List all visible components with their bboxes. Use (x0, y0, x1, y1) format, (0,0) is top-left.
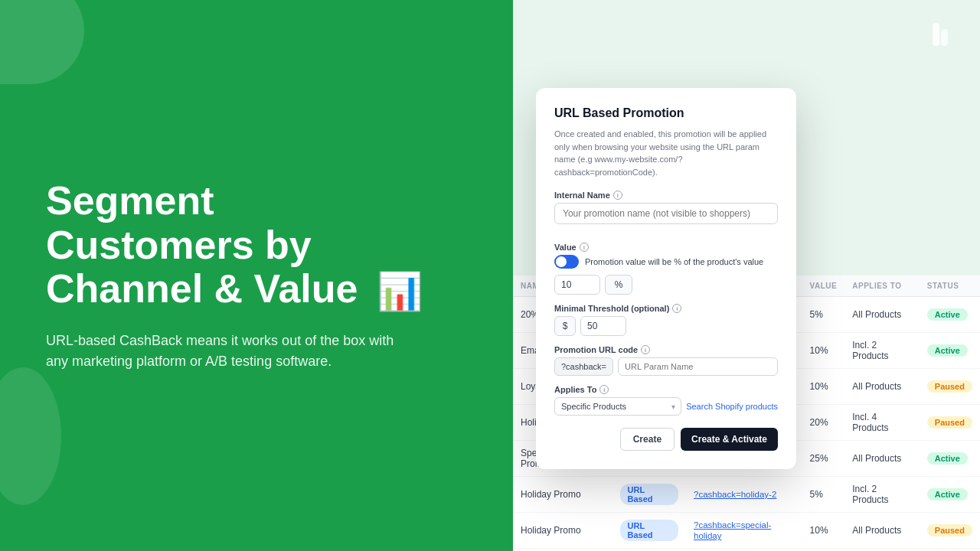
cell-applies: All Products (844, 513, 920, 549)
cell-value: 10% (802, 513, 845, 549)
promo-url-group: Promotion URL code i ?cashback= (554, 345, 778, 376)
applies-to-group: Applies To i Specific Products All Produ… (554, 385, 778, 416)
col-value: VALUE (802, 276, 845, 297)
svg-rect-1 (941, 29, 948, 46)
cell-applies: All Products (844, 369, 920, 405)
cell-value: 20% (802, 405, 845, 441)
headline: Segment Customers by Channel & Value 📊 (46, 179, 467, 311)
internal-name-group: Internal Name i (554, 191, 778, 233)
modal-footer: Create Create & Activate (554, 428, 778, 451)
toggle-row: Promotion value will be % of the product… (554, 255, 778, 269)
applies-select-wrapper: Specific Products All Products ▾ (554, 397, 681, 416)
headline-line3: Channel & Value (46, 266, 358, 311)
cell-type: URL Based (612, 513, 686, 549)
value-label: Value i (554, 243, 778, 252)
cell-applies: Incl. 2 Products (844, 333, 920, 369)
create-activate-button[interactable]: Create & Activate (681, 428, 778, 451)
cell-name: Special Holiday Promo (513, 549, 612, 552)
chart-emoji: 📊 (377, 272, 423, 312)
threshold-group: Minimal Threshold (optional) i $ (554, 304, 778, 336)
toggle-label: Promotion value will be % of the product… (585, 257, 763, 266)
cell-status: Active (920, 297, 980, 333)
value-info-icon: i (580, 243, 589, 252)
cell-status: Active (920, 477, 980, 513)
cell-value: 25% (802, 441, 845, 477)
promo-code-link[interactable]: ?cashback=holiday-2 (694, 490, 776, 499)
applies-to-row: Specific Products All Products ▾ Search … (554, 397, 778, 416)
status-badge: Active (927, 308, 968, 321)
promo-url-input-row: ?cashback= (554, 357, 778, 376)
status-badge: Paused (927, 380, 972, 393)
status-badge: Active (927, 344, 968, 357)
cell-promo: ?cashback=holiday-2 (686, 477, 802, 513)
left-panel: Segment Customers by Channel & Value 📊 U… (0, 0, 513, 551)
table-row[interactable]: Special Holiday Promo URL Based ?cashbac… (513, 549, 980, 552)
param-prefix: ?cashback= (554, 357, 613, 376)
cell-applies: Incl. 4 Products (844, 405, 920, 441)
right-panel: NAME TYPE PROMO CODE VALUE APPLIES TO ST… (513, 0, 980, 551)
cell-promo: ?cashback=special-holiday (686, 513, 802, 549)
headline-line1: Segment (46, 178, 214, 223)
table-row[interactable]: Holiday Promo URL Based ?cashback=holida… (513, 477, 980, 513)
blob-decoration-top (0, 0, 84, 84)
status-badge: Active (927, 452, 968, 465)
cell-status: Active (920, 441, 980, 477)
status-badge: Paused (927, 416, 972, 429)
svg-rect-0 (933, 23, 939, 46)
search-shopify-link[interactable]: Search Shopify products (686, 402, 778, 411)
cell-applies: Incl. 2 Products (844, 549, 920, 552)
cell-applies: All Products (844, 297, 920, 333)
threshold-input[interactable] (580, 316, 626, 336)
cell-type: URL Based (612, 477, 686, 513)
cell-status: Paused (920, 405, 980, 441)
modal-description: Once created and enabled, this promotion… (554, 128, 778, 178)
url-based-badge: URL Based (620, 484, 678, 505)
cell-applies: Incl. 2 Products (844, 477, 920, 513)
threshold-info-icon: i (672, 304, 681, 313)
cell-value: 5% (802, 477, 845, 513)
internal-name-info-icon: i (613, 191, 622, 200)
cell-status: Active (920, 333, 980, 369)
status-badge: Paused (927, 524, 972, 536)
applies-to-label: Applies To i (554, 385, 778, 394)
param-name-input[interactable] (618, 357, 778, 376)
cell-applies: All Products (844, 441, 920, 477)
cell-promo: ?cashback=special-holid... (686, 549, 802, 552)
promo-url-label: Promotion URL code i (554, 345, 778, 354)
col-status: STATUS (920, 276, 980, 297)
cell-name: Holiday Promo (513, 477, 612, 513)
modal-title: URL Based Promotion (554, 106, 778, 120)
unit-box: % (605, 275, 632, 295)
threshold-label: Minimal Threshold (optional) i (554, 304, 778, 313)
url-based-badge: URL Based (620, 520, 678, 541)
cell-value: 5% (802, 297, 845, 333)
cell-value: 10% (802, 549, 845, 552)
cell-value: 10% (802, 369, 845, 405)
logo (922, 18, 956, 55)
col-applies: APPLIES TO (844, 276, 920, 297)
percentage-toggle[interactable] (554, 255, 579, 269)
applies-to-select[interactable]: Specific Products All Products (554, 397, 681, 416)
threshold-input-row: $ (554, 316, 778, 336)
cell-name: Holiday Promo (513, 513, 612, 549)
create-button[interactable]: Create (620, 428, 675, 451)
cell-value: 10% (802, 333, 845, 369)
value-input[interactable] (554, 275, 600, 295)
status-badge: Active (927, 488, 968, 500)
dollar-box: $ (554, 316, 576, 336)
value-group: Value i Promotion value will be % of the… (554, 243, 778, 295)
cell-status: Paused (920, 513, 980, 549)
cell-type: URL Based (612, 549, 686, 552)
url-based-promotion-modal: URL Based Promotion Once created and ena… (536, 88, 796, 469)
value-input-row: % (554, 275, 778, 295)
internal-name-label: Internal Name i (554, 191, 778, 200)
cell-status: Paused (920, 369, 980, 405)
promo-code-link[interactable]: ?cashback=special-holiday (694, 520, 771, 540)
table-row[interactable]: Holiday Promo URL Based ?cashback=specia… (513, 513, 980, 549)
headline-line2: Customers by (46, 223, 312, 267)
internal-name-input[interactable] (554, 203, 778, 224)
cell-status: Active (920, 549, 980, 552)
applies-info-icon: i (599, 385, 609, 394)
logo-icon (922, 18, 956, 52)
subtext: URL-based CashBack means it works out of… (46, 331, 398, 372)
